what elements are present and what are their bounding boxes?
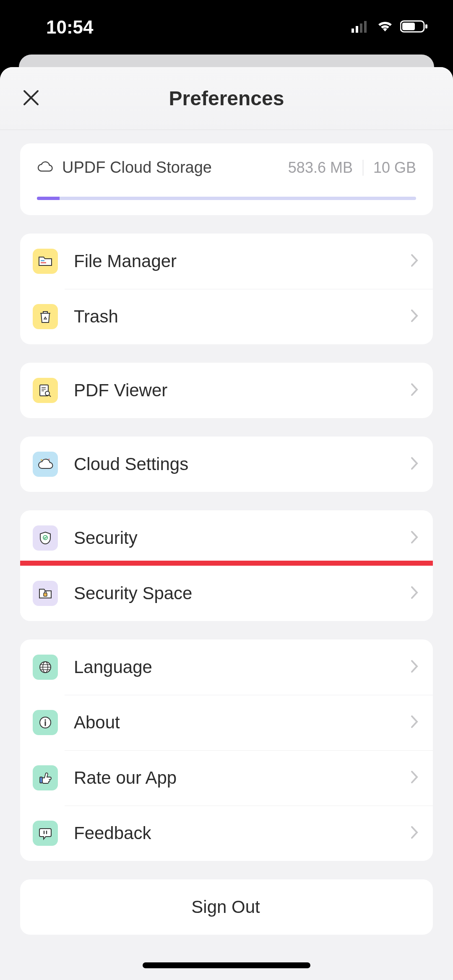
- status-time: 10:54: [46, 17, 94, 38]
- signout-button[interactable]: Sign Out: [20, 879, 433, 935]
- battery-icon: [400, 20, 428, 35]
- highlight-security-space: Security Space: [20, 561, 433, 621]
- preferences-content: UPDF Cloud Storage 583.6 MB 10 GB File M…: [0, 130, 453, 935]
- cloud-icon: [37, 161, 53, 174]
- storage-progress: [37, 197, 416, 200]
- row-language[interactable]: Language: [20, 639, 433, 695]
- info-icon: [33, 710, 58, 735]
- chevron-right-icon: [410, 659, 419, 675]
- row-trash[interactable]: Trash: [20, 289, 433, 344]
- preferences-sheet: Preferences UPDF Cloud Storage 583.6 MB …: [0, 67, 453, 980]
- row-security-space[interactable]: Security Space: [20, 566, 433, 621]
- chevron-right-icon: [410, 585, 419, 601]
- svg-rect-3: [364, 21, 367, 33]
- storage-divider: [363, 160, 363, 176]
- group-general: Language About Rate our App: [20, 639, 433, 861]
- svg-rect-0: [351, 29, 354, 33]
- document-search-icon: [33, 378, 58, 403]
- group-cloud: Cloud Settings: [20, 437, 433, 492]
- row-security-label: Security: [74, 528, 410, 548]
- svg-point-13: [45, 391, 49, 395]
- storage-used: 583.6 MB: [288, 159, 353, 177]
- svg-point-25: [44, 719, 46, 721]
- chevron-right-icon: [410, 309, 419, 325]
- row-pdf-viewer-label: PDF Viewer: [74, 380, 410, 400]
- svg-rect-27: [40, 777, 42, 783]
- chevron-right-icon: [410, 530, 419, 546]
- lock-folder-icon: [33, 581, 58, 606]
- row-cloud-settings[interactable]: Cloud Settings: [20, 437, 433, 492]
- svg-rect-5: [402, 23, 415, 30]
- signout-label: Sign Out: [191, 897, 260, 917]
- row-language-label: Language: [74, 657, 410, 677]
- folder-icon: [33, 249, 58, 274]
- svg-rect-18: [44, 593, 47, 596]
- svg-rect-1: [356, 26, 358, 33]
- row-file-manager[interactable]: File Manager: [20, 234, 433, 289]
- row-feedback-label: Feedback: [74, 823, 410, 843]
- row-security[interactable]: Security: [20, 510, 433, 566]
- cloud-settings-icon: [33, 452, 58, 477]
- close-button[interactable]: [20, 88, 42, 109]
- row-trash-label: Trash: [74, 307, 410, 327]
- storage-card[interactable]: UPDF Cloud Storage 583.6 MB 10 GB: [20, 143, 433, 215]
- svg-rect-6: [425, 24, 427, 29]
- row-cloud-settings-label: Cloud Settings: [74, 454, 410, 474]
- chevron-right-icon: [410, 770, 419, 786]
- sheet-header: Preferences: [0, 67, 453, 130]
- row-security-space-label: Security Space: [74, 583, 410, 603]
- group-filesystem: File Manager Trash: [20, 234, 433, 344]
- row-feedback[interactable]: Feedback: [20, 806, 433, 861]
- home-indicator[interactable]: [143, 962, 310, 968]
- row-rate[interactable]: Rate our App: [20, 750, 433, 806]
- svg-rect-2: [360, 23, 362, 33]
- speech-bubble-icon: [33, 821, 58, 846]
- thumbs-up-icon: [33, 765, 58, 790]
- chevron-right-icon: [410, 825, 419, 841]
- signout-card: Sign Out: [20, 879, 433, 935]
- svg-rect-8: [41, 262, 46, 263]
- wifi-icon: [376, 20, 394, 35]
- svg-rect-7: [41, 260, 44, 261]
- chevron-right-icon: [410, 253, 419, 269]
- status-indicators: [351, 20, 428, 35]
- chevron-right-icon: [410, 715, 419, 730]
- row-about[interactable]: About: [20, 695, 433, 750]
- shield-icon: [33, 525, 58, 551]
- sheet-title: Preferences: [169, 87, 284, 110]
- storage-label: UPDF Cloud Storage: [62, 159, 212, 177]
- status-bar: 10:54: [0, 0, 453, 55]
- storage-total: 10 GB: [373, 159, 416, 177]
- chevron-right-icon: [410, 382, 419, 398]
- row-rate-label: Rate our App: [74, 768, 410, 788]
- globe-icon: [33, 655, 58, 680]
- trash-icon: [33, 304, 58, 329]
- row-about-label: About: [74, 712, 410, 733]
- row-pdf-viewer[interactable]: PDF Viewer: [20, 363, 433, 418]
- close-icon: [22, 89, 40, 108]
- cellular-icon: [351, 20, 370, 34]
- row-file-manager-label: File Manager: [74, 251, 410, 271]
- chevron-right-icon: [410, 456, 419, 472]
- group-viewer: PDF Viewer: [20, 363, 433, 418]
- storage-progress-fill: [37, 197, 60, 200]
- svg-point-16: [49, 459, 50, 460]
- svg-line-14: [49, 395, 51, 397]
- group-security: Security Security Space: [20, 510, 433, 621]
